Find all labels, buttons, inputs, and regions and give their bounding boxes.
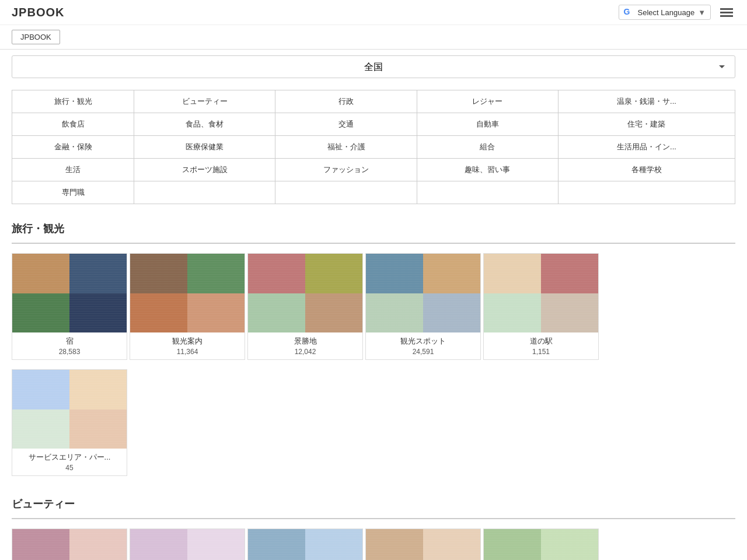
- category-cell-onsen[interactable]: 温泉・銭湯・サ...: [558, 90, 735, 113]
- card-kankoannai[interactable]: 観光案内 11,364: [130, 253, 245, 360]
- card-image-cell: [305, 293, 362, 333]
- card-count: 28,583: [17, 348, 122, 356]
- card-image-cell: [305, 529, 362, 560]
- category-cell-fashion[interactable]: ファッション: [275, 159, 417, 181]
- card-info: 観光案内 11,364: [130, 332, 245, 359]
- card-info: 景勝地 12,042: [248, 332, 362, 359]
- card-image-cell: [484, 293, 541, 333]
- card-service-area[interactable]: サービスエリア・パー... 45: [12, 369, 127, 476]
- travel-section: 旅行・観光: [0, 210, 747, 236]
- chevron-down-icon: ▼: [698, 8, 706, 17]
- language-selector[interactable]: G Select Language ▼: [619, 5, 711, 20]
- travel-cards-row2: サービスエリア・パー... 45: [0, 369, 747, 485]
- card-image-cell: [12, 293, 69, 333]
- google-icon: G: [624, 7, 634, 18]
- category-cell-admin[interactable]: 行政: [275, 90, 417, 113]
- card-count: 11,364: [135, 348, 240, 356]
- card-image-cell: [366, 529, 423, 560]
- card-name: 宿: [17, 336, 122, 346]
- category-cell-life[interactable]: 生活: [12, 159, 134, 181]
- card-yado[interactable]: 宿 28,583: [12, 253, 127, 360]
- card-name: 観光案内: [135, 336, 240, 346]
- category-cell-school[interactable]: 各種学校: [558, 159, 735, 181]
- category-cell-dailygoods[interactable]: 生活用品・イン...: [558, 136, 735, 159]
- category-cell-housing[interactable]: 住宅・建築: [558, 113, 735, 136]
- travel-cards: 宿 28,583 観光案内 11,364 景勝地 12,042: [0, 253, 747, 369]
- category-cell-food[interactable]: 飲食店: [12, 113, 134, 136]
- menu-icon[interactable]: [718, 6, 735, 19]
- category-cell-union[interactable]: 組合: [417, 136, 558, 159]
- travel-divider: [12, 243, 735, 244]
- region-selector-wrap: 全国 北海道 東北 関東 中部 近畿 中国 四国 九州・沖縄: [0, 50, 747, 84]
- card-count: 1,151: [488, 348, 594, 356]
- card-image: [12, 370, 127, 449]
- card-beauty1[interactable]: 美容院 52,431: [12, 528, 127, 560]
- card-image-cell: [366, 254, 423, 293]
- category-row: 飲食店 食品、食材 交通 自動車 住宅・建築: [12, 113, 735, 136]
- card-keishochi[interactable]: 景勝地 12,042: [247, 253, 363, 360]
- card-info: 観光スポット 24,591: [366, 332, 480, 359]
- card-image-cell: [187, 293, 245, 333]
- menu-line: [720, 15, 733, 17]
- category-cell-finance[interactable]: 金融・保険: [12, 136, 134, 159]
- card-beauty4[interactable]: 理容室 12,890: [365, 528, 481, 560]
- category-cell-medical[interactable]: 医療保健業: [134, 136, 275, 159]
- card-kankospotto[interactable]: 観光スポット 24,591: [365, 253, 481, 360]
- category-cell-leisure[interactable]: レジャー: [417, 90, 558, 113]
- card-count: 12,042: [253, 348, 358, 356]
- card-count: 45: [17, 464, 122, 472]
- card-image-cell: [69, 410, 127, 449]
- card-info: 宿 28,583: [12, 332, 127, 359]
- category-cell-empty3: [417, 181, 558, 204]
- region-select[interactable]: 全国 北海道 東北 関東 中部 近畿 中国 四国 九州・沖縄: [12, 55, 735, 78]
- category-cell-sports[interactable]: スポーツ施設: [134, 159, 275, 181]
- category-cell-specialist[interactable]: 専門職: [12, 181, 134, 204]
- card-beauty5[interactable]: まつ毛エクステ 3,211: [483, 528, 599, 560]
- card-count: 24,591: [371, 348, 476, 356]
- beauty-section-title: ビューティー: [12, 497, 735, 511]
- card-name: 観光スポット: [371, 336, 476, 346]
- card-image: [12, 529, 127, 560]
- category-row: 生活 スポーツ施設 ファッション 趣味、習い事 各種学校: [12, 159, 735, 181]
- card-image: [130, 254, 245, 332]
- card-image-cell: [12, 410, 69, 449]
- category-row: 旅行・観光 ビューティー 行政 レジャー 温泉・銭湯・サ...: [12, 90, 735, 113]
- breadcrumb-tab[interactable]: JPBOOK: [12, 30, 60, 44]
- category-cell-welfare[interactable]: 福祉・介護: [275, 136, 417, 159]
- category-cell-beauty[interactable]: ビューティー: [134, 90, 275, 113]
- category-cell-transport[interactable]: 交通: [275, 113, 417, 136]
- card-image: [248, 529, 362, 560]
- category-cell-travel[interactable]: 旅行・観光: [12, 90, 134, 113]
- card-image-cell: [366, 293, 423, 333]
- category-cell-foodprod[interactable]: 食品、食材: [134, 113, 275, 136]
- site-logo[interactable]: JPBOOK: [12, 6, 64, 19]
- card-image-cell: [423, 529, 480, 560]
- card-beauty3[interactable]: ネイルサロン 6,341: [247, 528, 363, 560]
- card-info: サービスエリア・パー... 45: [12, 449, 127, 475]
- category-row: 金融・保険 医療保健業 福祉・介護 組合 生活用品・イン...: [12, 136, 735, 159]
- card-image-cell: [484, 254, 541, 293]
- card-image-cell: [69, 529, 127, 560]
- card-image: [248, 254, 362, 332]
- category-cell-auto[interactable]: 自動車: [417, 113, 558, 136]
- card-image: [130, 529, 245, 560]
- header: JPBOOK G Select Language ▼: [0, 0, 747, 25]
- header-right: G Select Language ▼: [619, 5, 735, 20]
- card-image-cell: [248, 254, 305, 293]
- card-image: [366, 254, 480, 332]
- card-image-cell: [248, 529, 305, 560]
- card-name: サービスエリア・パー...: [17, 452, 122, 463]
- card-image: [484, 529, 598, 560]
- category-row: 専門職: [12, 181, 735, 204]
- card-image-cell: [187, 254, 245, 293]
- beauty-divider: [12, 518, 735, 519]
- card-image-cell: [130, 254, 187, 293]
- card-image-cell: [130, 293, 187, 333]
- category-cell-hobby[interactable]: 趣味、習い事: [417, 159, 558, 181]
- card-image-cell: [187, 529, 245, 560]
- card-image-cell: [130, 529, 187, 560]
- card-michinoeki[interactable]: 道の駅 1,151: [483, 253, 599, 360]
- card-beauty2[interactable]: エステ 8,920: [130, 528, 245, 560]
- card-image-cell: [423, 254, 480, 293]
- card-image-cell: [541, 529, 598, 560]
